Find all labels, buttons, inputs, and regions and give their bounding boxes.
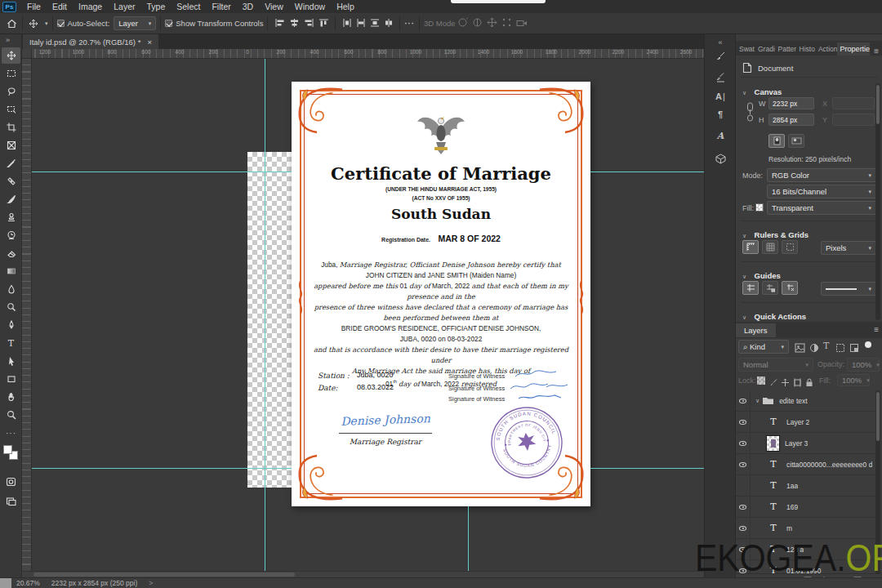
dock-expand-icon[interactable]: « xyxy=(714,36,727,49)
scrollbar-thumb[interactable] xyxy=(33,572,295,577)
height-field[interactable]: 2854 px xyxy=(768,114,814,126)
horizontal-guide-top-left[interactable] xyxy=(32,172,292,172)
visibility-toggle[interactable] xyxy=(736,390,751,412)
ruler-origin-corner[interactable] xyxy=(22,49,32,59)
color-mode-dropdown[interactable]: RGB Color▾ xyxy=(767,168,876,182)
tool-history-brush[interactable] xyxy=(2,227,20,243)
visibility-toggle[interactable] xyxy=(736,497,751,518)
tool-spot-healing[interactable] xyxy=(2,173,20,189)
tool-frame[interactable] xyxy=(2,137,20,154)
distribute-center-icon[interactable] xyxy=(356,16,366,31)
menu-view[interactable]: View xyxy=(259,0,289,13)
tool-crop[interactable] xyxy=(2,119,20,136)
tab-properties[interactable]: Properties xyxy=(837,42,871,56)
layer-row[interactable]: T 169 xyxy=(736,497,878,518)
layers-menu-icon[interactable]: ≡ xyxy=(874,325,879,334)
tab-actions[interactable]: Action xyxy=(815,42,837,56)
menu-filter[interactable]: Filter xyxy=(206,0,236,13)
character-panel-icon[interactable]: A| xyxy=(714,90,727,103)
more-options-icon[interactable]: ··· xyxy=(404,19,415,28)
layer-row[interactable]: T m xyxy=(736,518,878,539)
toggle-rulers-button[interactable] xyxy=(742,240,759,254)
menu-image[interactable]: Image xyxy=(73,0,108,13)
vertical-guide-center[interactable] xyxy=(468,506,469,577)
photoshop-logo[interactable]: Ps xyxy=(2,2,16,12)
bit-depth-dropdown[interactable]: 16 Bits/Channel▾ xyxy=(767,185,876,198)
horizontal-scrollbar[interactable] xyxy=(22,571,704,577)
tool-zoom[interactable] xyxy=(2,407,20,423)
align-center-h-icon[interactable] xyxy=(289,16,300,31)
align-left-icon[interactable] xyxy=(274,16,285,31)
link-dimensions-icon[interactable] xyxy=(746,101,754,122)
menu-window[interactable]: Window xyxy=(289,0,331,13)
tool-type[interactable]: T xyxy=(2,335,20,351)
distribute-left-icon[interactable] xyxy=(342,16,352,31)
tool-pen[interactable] xyxy=(2,317,20,333)
home-icon[interactable] xyxy=(5,17,18,30)
layer-row[interactable]: Layer 3 xyxy=(736,433,878,454)
layer-filter-kind-dropdown[interactable]: ⌕ Kind▾ xyxy=(738,340,789,354)
tool-lasso[interactable] xyxy=(2,83,20,100)
glyphs-panel-icon[interactable]: A xyxy=(714,129,727,142)
quick-mask-icon[interactable] xyxy=(2,474,20,490)
move-tool-caret[interactable]: ▾ xyxy=(45,20,48,27)
filter-image-layers-icon[interactable] xyxy=(795,341,805,356)
guides-section-header[interactable]: ∨ Guides xyxy=(742,267,781,282)
distribute-horizontal-icon[interactable] xyxy=(384,16,394,31)
align-right-icon[interactable] xyxy=(304,16,314,31)
layer-row-group[interactable]: ∨ edite text xyxy=(736,390,878,412)
filter-toggle-icon[interactable] xyxy=(865,341,871,348)
horizontal-ruler[interactable]: 1200 1000 800 600 400 200 0 200 400 600 … xyxy=(22,49,704,59)
group-expand-chevron[interactable]: ∨ xyxy=(755,398,760,404)
zoom-level[interactable]: 20.67% xyxy=(16,579,40,587)
vertical-guide-left[interactable] xyxy=(265,59,265,577)
tool-blur[interactable] xyxy=(2,281,20,297)
layer-row[interactable]: T 1aa xyxy=(736,475,878,497)
width-field[interactable]: 2232 px xyxy=(768,97,814,109)
status-corner-widget[interactable] xyxy=(0,578,11,588)
tool-eraser[interactable] xyxy=(2,245,20,261)
orientation-portrait-button[interactable] xyxy=(768,134,785,148)
toggle-snap-button[interactable] xyxy=(782,240,798,254)
properties-scrollbar[interactable] xyxy=(875,83,880,320)
menu-layer[interactable]: Layer xyxy=(108,0,140,13)
orientation-landscape-button[interactable] xyxy=(788,134,804,148)
brush-settings-icon[interactable] xyxy=(714,49,727,62)
layer-row[interactable]: T Layer 2 xyxy=(736,412,878,433)
tool-rectangle[interactable] xyxy=(2,371,20,387)
auto-select-checkbox[interactable] xyxy=(57,20,65,27)
toggle-guides-button[interactable] xyxy=(742,281,759,295)
3d-panel-icon[interactable] xyxy=(714,152,727,165)
tool-hand[interactable] xyxy=(2,389,20,405)
fill-dropdown[interactable]: Transparent▾ xyxy=(767,201,876,215)
tool-more-icon[interactable]: ··· xyxy=(2,425,20,441)
mixer-brush-icon[interactable] xyxy=(714,70,727,83)
horizontal-guide-top-right[interactable] xyxy=(590,172,704,172)
menu-type[interactable]: Type xyxy=(140,0,171,13)
horizontal-guide-bottom-right[interactable] xyxy=(590,468,704,469)
lock-pixels-icon[interactable] xyxy=(769,376,778,390)
toolbar-collapse-icon[interactable]: » xyxy=(6,36,10,44)
foreground-color-swatch[interactable] xyxy=(3,445,12,454)
document-tab[interactable]: Italy id.psd @ 20.7% (RGB/16) * × xyxy=(23,34,158,49)
guide-style-dropdown[interactable]: ▾ xyxy=(821,282,876,296)
tab-history[interactable]: Histo xyxy=(796,42,815,56)
tool-move[interactable] xyxy=(2,47,20,64)
align-top-icon[interactable] xyxy=(318,16,329,31)
tool-eyedropper[interactable] xyxy=(2,155,20,172)
filter-shape-layers-icon[interactable] xyxy=(835,341,845,356)
certificate-canvas[interactable]: Certificate of Marriage (UNDER THE HINDU… xyxy=(292,82,590,506)
tool-path-selection[interactable] xyxy=(2,353,20,369)
lock-guides-button[interactable] xyxy=(762,281,778,295)
tab-swatches[interactable]: Swat xyxy=(736,42,755,56)
status-chevron-icon[interactable]: > xyxy=(149,579,153,587)
menu-select[interactable]: Select xyxy=(171,0,206,13)
lock-artboard-icon[interactable] xyxy=(793,376,802,390)
menu-file[interactable]: File xyxy=(21,0,47,13)
auto-select-dropdown[interactable]: Layer▾ xyxy=(114,16,156,30)
tool-rectangular-marquee[interactable] xyxy=(2,65,20,82)
panel-menu-icon[interactable]: ≡ xyxy=(870,47,882,56)
lock-all-icon[interactable] xyxy=(805,376,813,390)
tab-layers[interactable]: Layers xyxy=(736,323,776,337)
move-tool-icon[interactable] xyxy=(27,17,40,30)
